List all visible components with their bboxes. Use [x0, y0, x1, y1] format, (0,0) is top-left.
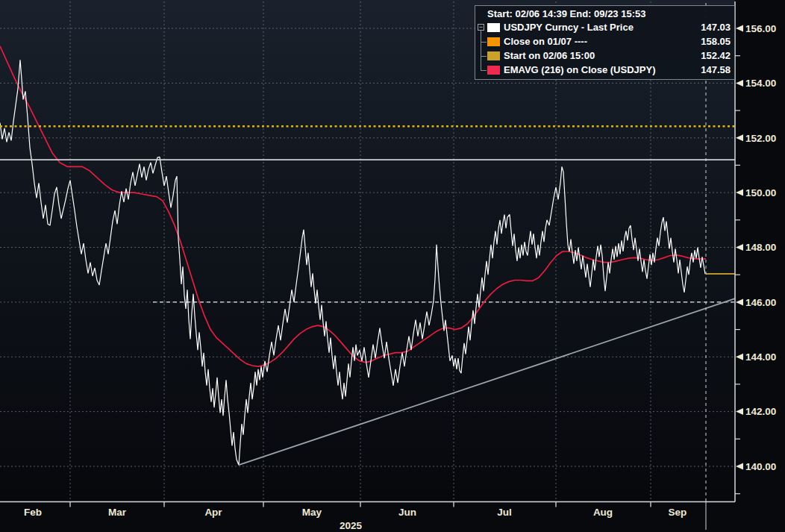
legend-expand-toggle[interactable]: − — [478, 24, 484, 31]
legend-swatch — [487, 37, 500, 46]
legend-row-0[interactable]: −USDJPY Curncy - Last Price147.03 — [475, 21, 734, 35]
x-axis-label-mar: Mar — [108, 507, 127, 518]
legend-swatch — [487, 23, 500, 32]
x-axis-label-aug: Aug — [593, 507, 613, 518]
legend-row-value: 152.42 — [701, 50, 731, 61]
legend-row-label: USDJPY Curncy - Last Price — [504, 22, 634, 33]
y-axis-label-148: 148.00 — [745, 242, 776, 253]
legend-row-value: 147.58 — [701, 64, 731, 75]
legend-header: Start: 02/06 14:39 End: 09/23 15:53 — [487, 8, 645, 19]
y-axis-label-156: 156.00 — [745, 23, 776, 34]
legend-swatch — [487, 66, 500, 75]
legend-row-label: Start on 02/06 15:00 — [504, 50, 595, 61]
legend-row-2[interactable]: Start on 02/06 15:00152.42 — [475, 49, 734, 63]
y-axis-label-154: 154.00 — [745, 78, 776, 89]
x-axis-label-apr: Apr — [204, 507, 222, 518]
legend-panel: Start: 02/06 14:39 End: 09/23 15:53 −USD… — [475, 5, 735, 80]
x-axis-label-sep: Sep — [669, 507, 687, 518]
y-axis-label-140: 140.00 — [745, 461, 776, 472]
y-axis-label-144: 144.00 — [745, 351, 776, 363]
legend-swatch — [487, 51, 500, 60]
x-axis-label-may: May — [302, 507, 322, 518]
legend-row-label: Close on 01/07 ---- — [504, 36, 587, 47]
x-axis-label-jun: Jun — [398, 507, 416, 518]
legend-tree-stub — [481, 56, 487, 57]
legend-tree-stub — [481, 70, 487, 71]
legend-row-value: 147.03 — [701, 22, 731, 33]
legend-row-1[interactable]: Close on 01/07 ----158.05 — [475, 35, 734, 49]
legend-row-3[interactable]: EMAVG (216) on Close (USDJPY)147.58 — [475, 63, 734, 78]
legend-tree-stub — [481, 42, 487, 43]
y-axis-label-150: 150.00 — [745, 187, 776, 198]
legend-row-value: 158.05 — [701, 36, 731, 47]
y-axis-label-146: 146.00 — [745, 297, 776, 308]
x-axis-label-jul: Jul — [497, 507, 512, 518]
x-axis-year-label: 2025 — [340, 520, 363, 531]
bloomberg-chart-window: FebMarAprMayJunJulAugSep2025156.00154.00… — [0, 0, 785, 532]
x-axis-label-feb: Feb — [24, 507, 42, 518]
legend-row-label: EMAVG (216) on Close (USDJPY) — [504, 64, 655, 75]
y-axis-label-142: 142.00 — [745, 406, 776, 417]
y-axis-label-152: 152.00 — [745, 133, 776, 144]
